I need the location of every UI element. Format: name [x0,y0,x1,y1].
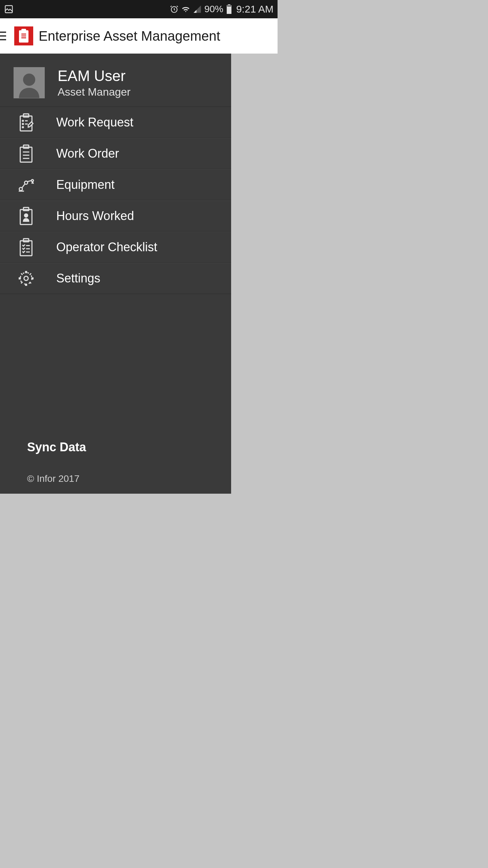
svg-point-15 [22,126,23,127]
menu-item-equipment[interactable]: Equipment [0,169,231,200]
svg-point-13 [22,120,23,121]
drawer-footer: Sync Data © Infor 2017 [0,440,231,494]
menu-label: Settings [56,271,100,285]
avatar [14,67,45,98]
battery-icon [226,4,232,14]
svg-rect-2 [228,4,230,5]
status-bar: 90% 9:21 AM [0,0,278,18]
sync-data-button[interactable]: Sync Data [27,440,231,454]
svg-line-27 [27,181,31,182]
svg-rect-30 [23,208,29,211]
svg-rect-6 [22,29,25,32]
battery-percent: 90% [204,4,223,15]
hamburger-icon[interactable] [0,32,6,40]
svg-line-26 [22,184,25,188]
app-title: Enterprise Asset Management [39,28,220,44]
content-background [231,54,278,494]
menu-label: Operator Checklist [56,240,157,254]
signal-icon [193,5,202,14]
robot-arm-icon [16,177,36,192]
svg-point-31 [24,214,27,217]
clipboard-edit-icon [16,113,36,132]
svg-rect-4 [227,6,231,6]
copyright: © Infor 2017 [27,473,231,484]
menu-label: Work Request [56,115,133,130]
svg-point-25 [32,179,34,181]
svg-rect-3 [227,5,231,14]
menu-list: Work Request Work Order [0,107,231,294]
menu-item-work-request[interactable]: Work Request [0,107,231,138]
image-icon [4,4,14,14]
gear-icon [16,270,36,287]
menu-item-hours-worked[interactable]: Hours Worked [0,200,231,232]
navigation-drawer: EAM User Asset Manager [0,54,231,494]
alarm-icon [170,5,179,14]
clipboard-check-icon [16,238,36,256]
status-time: 9:21 AM [236,3,273,15]
menu-item-operator-checklist[interactable]: Operator Checklist [0,232,231,263]
svg-point-14 [22,123,23,124]
wifi-icon [181,5,190,14]
menu-label: Work Order [56,146,119,161]
svg-rect-12 [23,114,29,117]
user-role: Asset Manager [58,86,130,98]
svg-rect-18 [20,147,32,162]
user-section[interactable]: EAM User Asset Manager [0,54,231,107]
menu-item-work-order[interactable]: Work Order [0,138,231,169]
user-name: EAM User [58,67,130,84]
menu-label: Hours Worked [56,209,134,223]
svg-point-37 [24,276,28,281]
svg-rect-19 [23,145,29,148]
menu-label: Equipment [56,178,115,192]
app-header: Enterprise Asset Management [0,18,278,54]
menu-item-settings[interactable]: Settings [0,263,231,294]
svg-rect-33 [23,239,29,242]
svg-point-10 [23,74,35,86]
clipboard-list-icon [16,144,36,163]
app-logo-icon [14,26,33,45]
clipboard-user-icon [16,207,36,225]
